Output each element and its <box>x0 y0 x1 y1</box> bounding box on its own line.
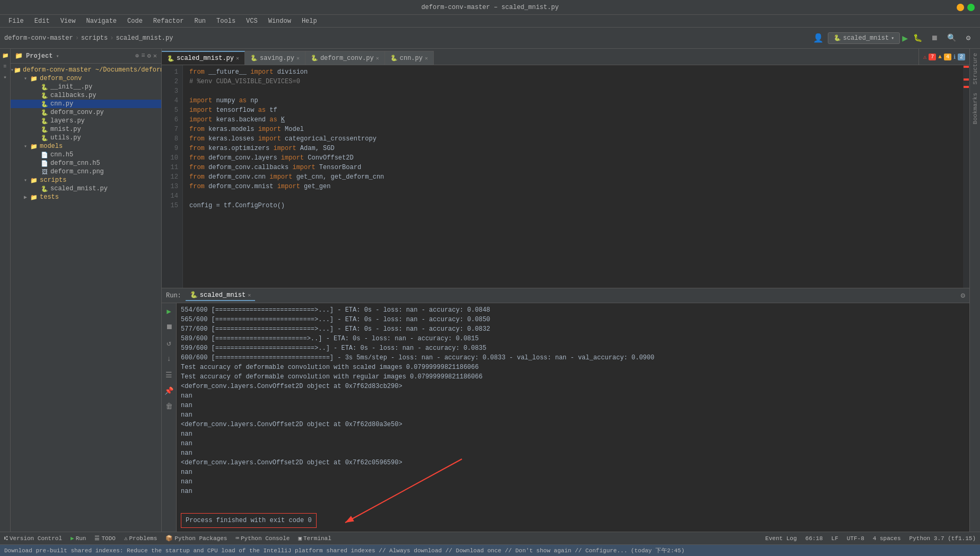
version-control-item[interactable]: ⑆ Version Control <box>4 535 62 542</box>
packages-icon: 📦 <box>165 535 173 542</box>
python-packages-item[interactable]: 📦 Python Packages <box>165 535 227 542</box>
run-status-icon: ▶ <box>71 535 74 542</box>
sidebar-title: Project <box>26 52 52 60</box>
run-scroll-icon[interactable]: ↓ <box>163 353 175 365</box>
run-rerun-icon[interactable]: ↺ <box>163 337 175 349</box>
breadcrumb-file[interactable]: scaled_mnist.py <box>116 34 173 42</box>
menu-vcs[interactable]: VCS <box>242 16 262 26</box>
tree-item-deform-conv[interactable]: ▾ 📁 deform_conv <box>11 74 161 83</box>
terminal-item[interactable]: ▣ Terminal <box>298 535 331 542</box>
tab-cnn[interactable]: 🐍 cnn.py ✕ <box>385 51 434 65</box>
stop-button[interactable]: ⏹ <box>927 31 942 46</box>
run-settings2-icon[interactable]: ☰ <box>163 369 175 381</box>
search-icon[interactable]: 🔍 <box>944 31 959 46</box>
tree-item-layers[interactable]: 🐍 layers.py <box>11 117 161 125</box>
run-pin-icon[interactable]: 📌 <box>163 385 175 396</box>
bookmarks-tab[interactable]: Bookmarks <box>970 89 980 128</box>
menu-help[interactable]: Help <box>298 16 321 26</box>
favorites-icon[interactable]: ★ <box>1 72 10 82</box>
tree-item-root[interactable]: ▾ 📁 deform-conv-master ~/Documents/defor… <box>11 66 161 74</box>
menu-refactor[interactable]: Refactor <box>149 16 188 26</box>
run-stop-icon[interactable]: ⏹ <box>163 321 175 333</box>
tab-close-deform[interactable]: ✕ <box>376 55 379 61</box>
python-console-item[interactable]: ⌨ Python Console <box>235 535 290 542</box>
menu-window[interactable]: Window <box>264 16 295 26</box>
code-line-6: import keras.backend as K <box>189 115 957 125</box>
tree-item-deform-cnn-h5[interactable]: 📄 deform_cnn.h5 <box>11 159 161 167</box>
console-line-12: nan <box>181 410 965 420</box>
run-restart-icon[interactable]: ▶ <box>163 305 175 317</box>
event-log-item[interactable]: Event Log <box>765 535 797 542</box>
run-item[interactable]: ▶ Run <box>71 535 86 542</box>
run-tab-close[interactable]: ✕ <box>248 292 251 298</box>
sidebar-locate-icon[interactable]: ⊕ <box>135 52 139 60</box>
run-tab-scaled-mnist[interactable]: 🐍 scaled_mnist ✕ <box>186 290 255 301</box>
tree-item-tests[interactable]: ▶ 📁 tests <box>11 193 161 201</box>
tree-item-deform-cnn-png[interactable]: 🖼 deform_cnn.png <box>11 167 161 176</box>
run-play-button[interactable]: ▶ <box>902 32 908 44</box>
tree-item-utils[interactable]: 🐍 utils.py <box>11 134 161 142</box>
todo-item[interactable]: ☰ TODO <box>94 535 115 542</box>
tree-item-models[interactable]: ▾ 📁 models <box>11 142 161 151</box>
project-icon[interactable]: 📁 <box>1 51 10 60</box>
line-1: 1 <box>162 67 182 77</box>
menu-run[interactable]: Run <box>190 16 210 26</box>
tree-item-mnist[interactable]: 🐍 mnist.py <box>11 125 161 134</box>
tree-item-scripts[interactable]: ▾ 📁 scripts <box>11 176 161 184</box>
tab-deform-conv[interactable]: 🐍 deform_conv.py ✕ <box>305 51 385 65</box>
code-content[interactable]: from __future__ import division # %env C… <box>183 65 963 288</box>
console-line-1: 554/600 [==========================>...]… <box>181 305 965 315</box>
debug-button[interactable]: 🐛 <box>910 31 925 46</box>
menu-file[interactable]: File <box>4 16 28 26</box>
tab-close-saving[interactable]: ✕ <box>296 55 300 61</box>
tree-item-cnn-h5[interactable]: 📄 cnn.h5 <box>11 151 161 159</box>
problems-item[interactable]: ⚠ Problems <box>124 535 157 542</box>
tree-item-cnn[interactable]: 🐍 cnn.py <box>11 100 161 108</box>
python-icon-mnist: 🐍 <box>40 126 49 133</box>
menu-navigate[interactable]: Navigate <box>82 16 121 26</box>
structure-icon[interactable]: ≡ <box>1 61 10 71</box>
terminal-icon: ▣ <box>298 535 302 542</box>
line-ending-item[interactable]: LF <box>832 535 838 542</box>
menu-edit[interactable]: Edit <box>30 16 54 26</box>
tab-scaled-mnist[interactable]: 🐍 scaled_mnist.py ✕ <box>162 51 245 65</box>
structure-tab[interactable]: Structure <box>970 49 980 89</box>
minimize-btn[interactable] <box>957 4 964 11</box>
tab-saving[interactable]: 🐍 saving.py ✕ <box>245 51 305 65</box>
tree-item-deform-conv-py[interactable]: 🐍 deform_conv.py <box>11 108 161 117</box>
tab-close-scaled[interactable]: ✕ <box>236 55 239 61</box>
tab-close-cnn[interactable]: ✕ <box>425 55 428 61</box>
sidebar-toolbar: ⊕ ≡ ⚙ ✕ <box>135 52 157 60</box>
python-version-item[interactable]: Python 3.7 (tf1.15) <box>909 535 976 542</box>
tree-item-init[interactable]: 🐍 __init__.py <box>11 83 161 91</box>
file-encoding-item[interactable]: UTF-8 <box>847 535 864 542</box>
run-trash-icon[interactable]: 🗑 <box>163 401 175 412</box>
problems-label: Problems <box>129 535 158 542</box>
code-line-3 <box>189 86 957 96</box>
indent-item[interactable]: 4 spaces <box>873 535 901 542</box>
sidebar-settings-icon[interactable]: ⚙ <box>147 52 151 60</box>
title-bar: deform-conv-master – scaled_mnist.py <box>0 0 980 15</box>
settings-gear-icon[interactable]: ⚙ <box>961 31 976 46</box>
console-line-11: nan <box>181 401 965 410</box>
breadcrumb-scripts[interactable]: scripts <box>81 34 108 42</box>
menu-view[interactable]: View <box>56 16 80 26</box>
tree-arrow-deform: ▾ <box>21 75 30 82</box>
menu-tools[interactable]: Tools <box>212 16 240 26</box>
breadcrumb: deform-conv-master › scripts › scaled_mn… <box>4 34 173 42</box>
breadcrumb-sep2: › <box>110 34 113 42</box>
window-title: deform-conv-master – scaled_mnist.py <box>421 4 558 11</box>
python-icon-scaledmnist: 🐍 <box>40 186 49 192</box>
tree-item-callbacks[interactable]: 🐍 callbacks.py <box>11 91 161 100</box>
menu-code[interactable]: Code <box>123 16 147 26</box>
sidebar-collapse-icon[interactable]: ≡ <box>141 52 145 60</box>
run-settings-icon[interactable]: ⚙ <box>961 291 965 300</box>
breadcrumb-root[interactable]: deform-conv-master <box>4 34 73 42</box>
maximize-btn[interactable] <box>967 4 975 11</box>
tree-label-tests: tests <box>40 193 59 201</box>
run-config-dropdown[interactable]: 🐍 scaled_mnist ▾ <box>828 32 900 44</box>
sidebar-close-icon[interactable]: ✕ <box>153 52 157 60</box>
user-icon-btn[interactable]: 👤 <box>811 31 826 46</box>
project-dropdown-arrow[interactable]: ▾ <box>56 53 59 59</box>
tree-item-scaled-mnist[interactable]: 🐍 scaled_mnist.py <box>11 184 161 193</box>
